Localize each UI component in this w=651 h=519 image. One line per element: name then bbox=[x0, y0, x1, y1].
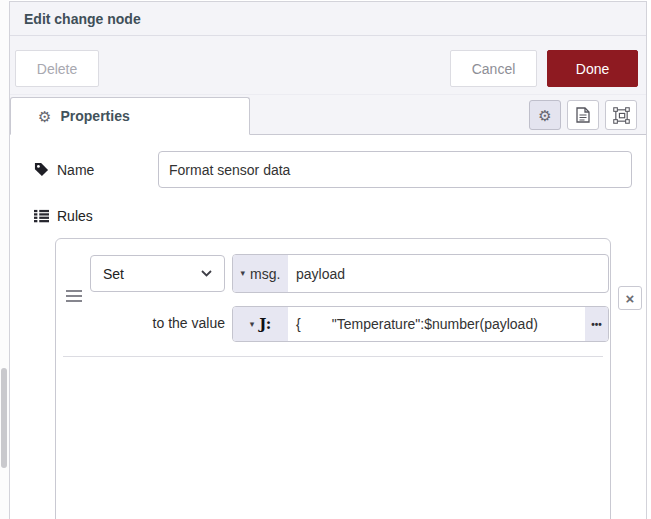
description-tab-button[interactable] bbox=[567, 100, 599, 130]
to-the-value-label: to the value bbox=[90, 315, 225, 331]
delete-rule-button[interactable]: × bbox=[618, 286, 642, 310]
close-icon: × bbox=[626, 291, 635, 306]
rule-property-field: ▾ msg. bbox=[232, 254, 609, 293]
left-scrollbar[interactable] bbox=[0, 0, 9, 519]
property-type-dropdown[interactable]: ▾ msg. bbox=[233, 255, 288, 292]
expression-input[interactable]: { "Temperature":$number(payload) bbox=[288, 307, 585, 341]
rules-label: Rules bbox=[57, 208, 93, 224]
rule-drag-handle[interactable] bbox=[66, 290, 82, 302]
value-type-dropdown[interactable]: ▾ J: bbox=[233, 307, 288, 341]
property-input[interactable] bbox=[288, 255, 608, 292]
jsonata-icon: J: bbox=[259, 315, 271, 333]
msg-prefix-label: msg. bbox=[250, 266, 280, 282]
name-label: Name bbox=[57, 162, 94, 178]
list-icon bbox=[34, 209, 49, 223]
rule-value-field: ▾ J: { "Temperature":$number(payload) ••… bbox=[232, 306, 609, 342]
gear-icon: ⚙ bbox=[538, 108, 551, 123]
properties-panel: Name Rules bbox=[10, 135, 646, 519]
document-icon bbox=[576, 107, 590, 123]
dialog-header: Edit change node bbox=[10, 2, 646, 36]
ellipsis-icon: ••• bbox=[591, 319, 602, 330]
appearance-frame-icon bbox=[613, 107, 630, 124]
properties-tab-button[interactable]: ⚙ bbox=[529, 100, 561, 130]
name-row: Name bbox=[34, 151, 632, 188]
cancel-button[interactable]: Cancel bbox=[450, 50, 537, 87]
tab-properties-label: Properties bbox=[60, 108, 129, 124]
rule-action-value: Set bbox=[103, 266, 124, 282]
rules-row: Rules bbox=[34, 206, 632, 226]
tab-icon-buttons: ⚙ bbox=[529, 100, 637, 130]
gear-icon: ⚙ bbox=[38, 109, 51, 124]
expand-expression-button[interactable]: ••• bbox=[585, 307, 608, 341]
scrollbar-thumb[interactable] bbox=[1, 368, 7, 468]
chevron-down-icon bbox=[201, 270, 212, 277]
rule-separator bbox=[63, 356, 603, 357]
name-input[interactable] bbox=[158, 151, 632, 188]
triangle-down-icon: ▾ bbox=[250, 320, 255, 329]
triangle-down-icon: ▾ bbox=[241, 269, 246, 278]
node-red-editor: Edit change node Delete Cancel Done ⚙ Pr… bbox=[0, 0, 651, 519]
done-button[interactable]: Done bbox=[547, 50, 638, 87]
rule-action-select[interactable]: Set bbox=[90, 255, 225, 292]
delete-button[interactable]: Delete bbox=[15, 50, 99, 87]
edit-change-node-dialog: Edit change node Delete Cancel Done ⚙ Pr… bbox=[9, 1, 647, 519]
rule-list: Set ▾ msg. × t bbox=[55, 238, 611, 519]
appearance-tab-button[interactable] bbox=[605, 100, 637, 130]
dialog-toolbar: Delete Cancel Done bbox=[10, 36, 646, 95]
editor-tab-bar: ⚙ Properties ⚙ bbox=[10, 95, 646, 135]
dialog-title: Edit change node bbox=[24, 11, 141, 27]
tab-properties[interactable]: ⚙ Properties bbox=[10, 97, 250, 135]
tag-icon bbox=[34, 162, 49, 177]
name-label-group: Name bbox=[34, 162, 158, 178]
